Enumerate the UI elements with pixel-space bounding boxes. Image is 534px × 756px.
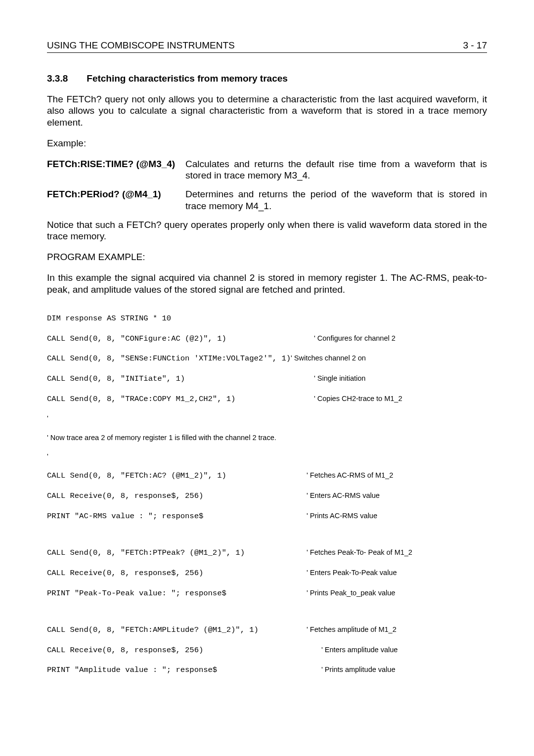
- section-title: Fetching characteristics from memory tra…: [87, 73, 288, 84]
- program-desc-paragraph: In this example the signal acquired via …: [47, 272, 487, 296]
- code-comment: ' Enters AC-RMS value: [307, 491, 380, 500]
- code-comment: ' Fetches amplitude of M1_2: [307, 625, 397, 634]
- section-number: 3.3.8: [47, 73, 84, 85]
- code-comment: ' Now trace area 2 of memory register 1 …: [47, 433, 276, 443]
- code-comment: ' Prints AC-RMS value: [307, 511, 377, 521]
- code-comment: ' Copies CH2-trace to M1_2: [314, 394, 402, 403]
- code-line: CALL Send(0, 8, "FETCh:AMPLitude? (@M1_2…: [47, 625, 307, 635]
- code-comment: ': [47, 414, 48, 423]
- code-line: CALL Receive(0, 8, response$, 256): [47, 646, 321, 656]
- code-line: CALL Send(0, 8, "FETCh:AC? (@M1_2)", 1): [47, 471, 307, 481]
- program-example-label: PROGRAM EXAMPLE:: [47, 251, 487, 263]
- code-block: DIM response AS STRING * 10 CALL Send(0,…: [47, 304, 487, 685]
- code-comment: ' Switches channel 2 on: [291, 354, 366, 363]
- code-line: DIM response AS STRING * 10: [47, 314, 314, 324]
- definition-row: FETCh:RISE:TIME? (@M3_4) Calculates and …: [47, 158, 487, 182]
- code-line: CALL Send(0, 8, "CONFigure:AC (@2)", 1): [47, 334, 314, 344]
- code-comment: ' Single initiation: [314, 374, 365, 383]
- code-comment: ' Configures for channel 2: [314, 334, 396, 343]
- code-comment: ': [47, 452, 48, 461]
- code-comment: ' Prints Peak_to_peak value: [307, 588, 395, 598]
- definition-desc: Determines and returns the period of the…: [185, 188, 487, 212]
- definition-desc: Calculates and returns the default rise …: [185, 158, 487, 182]
- code-comment: ' Enters amplitude value: [321, 645, 398, 655]
- code-line: CALL Send(0, 8, "TRACe:COPY M1_2,CH2", 1…: [47, 395, 314, 404]
- note-paragraph: Notice that such a FETCh? query operates…: [47, 219, 487, 243]
- code-line: CALL Send(0, 8, "SENSe:FUNCtion 'XTIMe:V…: [47, 354, 291, 364]
- code-comment: ' Fetches Peak-To- Peak of M1_2: [307, 548, 412, 557]
- example-label: Example:: [47, 137, 487, 149]
- definition-term: FETCh:PERiod? (@M4_1): [47, 188, 185, 212]
- code-line: PRINT "Amplitude value : "; response$: [47, 666, 321, 675]
- code-line: CALL Receive(0, 8, response$, 256): [47, 491, 307, 501]
- code-comment: ' Enters Peak-To-Peak value: [307, 568, 397, 578]
- code-line: PRINT "Peak-To-Peak value: "; response$: [47, 589, 307, 599]
- code-line: CALL Receive(0, 8, response$, 256): [47, 569, 307, 578]
- header-right: 3 - 17: [463, 40, 487, 51]
- definition-term: FETCh:RISE:TIME? (@M3_4): [47, 158, 185, 182]
- intro-paragraph: The FETCh? query not only allows you to …: [47, 93, 487, 129]
- code-comment: ' Prints amplitude value: [321, 665, 395, 674]
- header-left: USING THE COMBISCOPE INSTRUMENTS: [47, 40, 235, 51]
- code-line: CALL Send(0, 8, "INITiate", 1): [47, 374, 314, 384]
- page-header: USING THE COMBISCOPE INSTRUMENTS 3 - 17: [47, 40, 487, 53]
- code-line: PRINT "AC-RMS value : "; response$: [47, 512, 307, 522]
- code-comment: ' Fetches AC-RMS of M1_2: [307, 471, 393, 480]
- code-line: CALL Send(0, 8, "FETCh:PTPeak? (@M1_2)",…: [47, 548, 307, 558]
- section-heading: 3.3.8 Fetching characteristics from memo…: [47, 73, 487, 85]
- definition-row: FETCh:PERiod? (@M4_1) Determines and ret…: [47, 188, 487, 212]
